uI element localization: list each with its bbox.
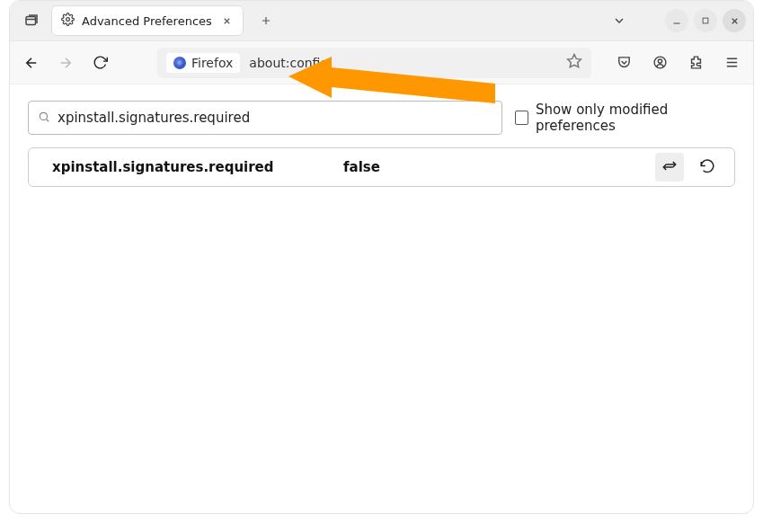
- reload-button[interactable]: [87, 50, 112, 75]
- maximize-window-button[interactable]: [694, 9, 717, 32]
- recent-window-icon[interactable]: [19, 8, 44, 33]
- show-modified-checkbox[interactable]: Show only modified preferences: [515, 102, 735, 134]
- toggle-button[interactable]: [655, 153, 684, 182]
- tab-overflow-button[interactable]: [606, 7, 633, 34]
- pocket-icon[interactable]: [611, 50, 636, 75]
- preference-value: false: [343, 159, 380, 175]
- preference-row: xpinstall.signatures.required false: [28, 147, 735, 187]
- gear-icon: [61, 13, 75, 30]
- search-icon: [38, 110, 50, 127]
- close-window-button[interactable]: [723, 9, 746, 32]
- titlebar-controls: [606, 7, 746, 34]
- url-text: about:config: [249, 56, 328, 70]
- tab-title: Advanced Preferences: [82, 14, 212, 28]
- new-tab-button[interactable]: [253, 7, 279, 34]
- back-button[interactable]: [19, 50, 44, 75]
- about-config-content: Show only modified preferences xpinstall…: [10, 84, 753, 203]
- menu-icon[interactable]: [719, 50, 744, 75]
- reset-button[interactable]: [693, 153, 722, 182]
- preference-name: xpinstall.signatures.required: [52, 159, 343, 175]
- search-row: Show only modified preferences: [28, 101, 735, 135]
- account-icon[interactable]: [647, 50, 672, 75]
- firefox-icon: [173, 57, 186, 69]
- svg-point-1: [67, 17, 70, 21]
- forward-button: [53, 50, 78, 75]
- identity-box[interactable]: Firefox: [166, 53, 240, 73]
- titlebar: Advanced Preferences: [10, 1, 753, 41]
- svg-rect-0: [26, 17, 36, 25]
- minimize-window-button[interactable]: [665, 9, 688, 32]
- checkbox-icon[interactable]: [515, 111, 528, 125]
- close-tab-icon[interactable]: [219, 13, 235, 29]
- preference-actions: [655, 153, 722, 182]
- search-box[interactable]: [28, 101, 502, 135]
- identity-label: Firefox: [191, 56, 233, 70]
- bookmark-star-icon[interactable]: [566, 53, 582, 73]
- browser-window: Advanced Preferences: [9, 0, 754, 514]
- url-bar[interactable]: Firefox about:config: [157, 48, 591, 78]
- navigation-toolbar: Firefox about:config: [10, 41, 753, 84]
- toolbar-right: [611, 50, 744, 75]
- svg-marker-3: [568, 54, 581, 66]
- checkbox-label: Show only modified preferences: [536, 102, 735, 134]
- search-input[interactable]: [58, 110, 492, 126]
- svg-rect-2: [703, 18, 708, 23]
- svg-point-5: [658, 59, 661, 63]
- browser-tab[interactable]: Advanced Preferences: [51, 5, 244, 36]
- extensions-icon[interactable]: [683, 50, 708, 75]
- svg-point-6: [40, 112, 47, 120]
